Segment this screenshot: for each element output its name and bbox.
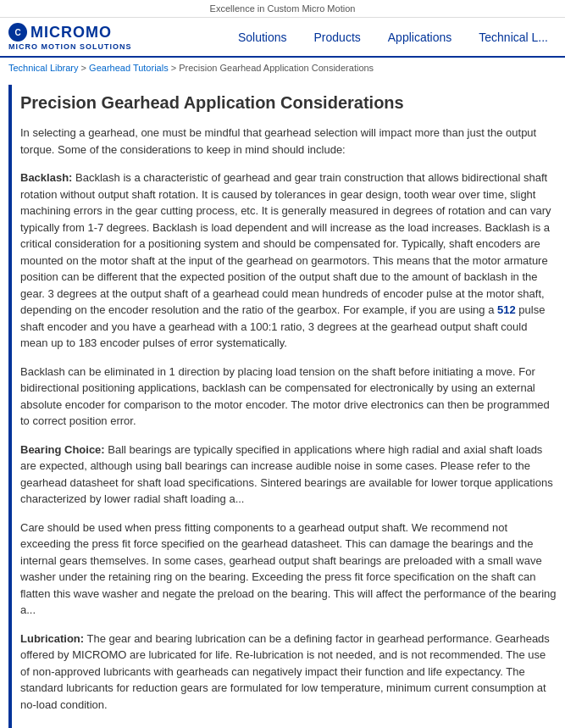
bearing-section: Bearing Choice: Ball bearings are typica… <box>20 442 557 508</box>
main-content: Precision Gearhead Application Considera… <box>8 85 565 728</box>
intro-paragraph: Backlash is a characteristic of gearhead… <box>20 125 557 158</box>
top-banner: Excellence in Custom Micro Motion <box>0 0 565 18</box>
logo-sub-text: MICRO MOTION SOLUTIONS <box>8 42 132 51</box>
nav-technical[interactable]: Technical L... <box>465 24 557 51</box>
nav-products[interactable]: Products <box>301 24 374 51</box>
breadcrumb-gearhead-tutorials[interactable]: Gearhead Tutorials <box>89 63 169 73</box>
breadcrumb: Technical Library > Gearhead Tutorials >… <box>0 58 565 78</box>
breadcrumb-technical-library[interactable]: Technical Library <box>8 63 79 73</box>
header: C MICROMO MICRO MOTION SOLUTIONS Solutio… <box>0 18 565 58</box>
lubrication-heading: Lubrication: <box>20 632 84 645</box>
nav-applications[interactable]: Applications <box>374 24 466 51</box>
highlight-512: 512 <box>497 303 516 316</box>
nav-solutions[interactable]: Solutions <box>224 24 301 51</box>
backlash-heading: Backlash: <box>20 171 72 184</box>
logo-main-text: MICROMO <box>30 24 112 42</box>
logo-area: C MICROMO MICRO MOTION SOLUTIONS <box>8 23 186 51</box>
press-fit-section: Care should be used when press fitting c… <box>20 520 557 619</box>
page-title: Precision Gearhead Application Considera… <box>20 93 557 113</box>
main-nav: Solutions Products Applications Technica… <box>186 24 557 51</box>
breadcrumb-sep1: > <box>81 63 89 73</box>
banner-text: Excellence in Custom Micro Motion <box>210 3 356 14</box>
backlash-section-2: Backlash can be eliminated in 1 directio… <box>20 364 557 430</box>
logo-icon: C <box>8 23 27 42</box>
logo-top: C MICROMO <box>8 23 112 42</box>
lubrication-section: Lubrication: The gear and bearing lubric… <box>20 631 557 714</box>
breadcrumb-sep2: > <box>171 63 179 73</box>
bearing-heading: Bearing Choice: <box>20 443 105 456</box>
backlash-section: Backlash: Backlash is a characteristic o… <box>20 169 557 352</box>
breadcrumb-current: Precision Gearhead Application Considera… <box>179 63 374 73</box>
input-speed-section: Input Speed and Direction of Rotation: T… <box>20 725 557 728</box>
